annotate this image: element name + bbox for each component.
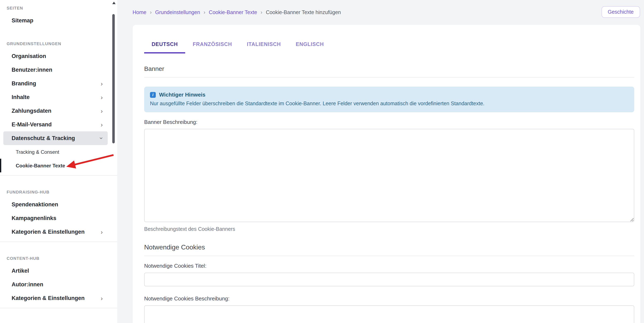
tab-deutsch[interactable]: DEUTSCH <box>144 37 185 54</box>
sidebar-item-datenschutz-tracking[interactable]: Datenschutz & Tracking › <box>3 131 108 145</box>
sidebar-item-label: Kategorien & Einstellungen <box>12 229 85 235</box>
banner-description-label: Banner Beschreibung: <box>144 119 634 125</box>
section-divider <box>144 77 634 78</box>
chevron-right-icon: › <box>101 229 103 235</box>
alert-title-row: i Wichtiger Hinweis <box>150 92 628 98</box>
section-title-notwendige-cookies: Notwendige Cookies <box>144 244 634 251</box>
alert-text: Nur ausgefüllte Felder überschreiben die… <box>150 101 628 106</box>
sidebar-item-label: Autor:innen <box>12 281 43 288</box>
sidebar-item-label: Branding <box>12 80 36 86</box>
breadcrumb-separator: › <box>260 10 262 15</box>
sidebar-item-label: Benutzer:innen <box>12 67 52 73</box>
sidebar-divider <box>0 242 117 242</box>
tab-franzoesisch[interactable]: FRANZÖSISCH <box>185 37 239 54</box>
sidebar-item-tracking-consent[interactable]: Tracking & Consent <box>0 145 117 159</box>
sidebar-item-spendenaktionen[interactable]: Spendenaktionen <box>3 198 108 211</box>
scroll-up-arrow-icon[interactable] <box>112 2 116 4</box>
sidebar-item-organisation[interactable]: Organisation <box>3 49 108 63</box>
sidebar-divider <box>0 308 117 308</box>
sidebar-divider <box>0 175 117 176</box>
chevron-down-icon: › <box>98 137 105 139</box>
info-alert: i Wichtiger Hinweis Nur ausgefüllte Feld… <box>144 86 634 112</box>
info-icon: i <box>150 92 156 98</box>
breadcrumb-separator: › <box>150 10 152 15</box>
sidebar-item-label: Spendenaktionen <box>12 202 58 208</box>
sidebar-item-label: Datenschutz & Tracking <box>12 135 75 141</box>
tab-italienisch[interactable]: ITALIENISCH <box>240 37 288 54</box>
content-card: DEUTSCH FRANZÖSISCH ITALIENISCH ENGLISCH… <box>132 25 640 323</box>
sidebar-section-content-hub: CONTENT-HUB <box>0 254 117 264</box>
sidebar-item-label: E-Mail-Versand <box>12 122 52 128</box>
chevron-right-icon: › <box>101 94 103 100</box>
breadcrumb-link-home[interactable]: Home <box>132 10 146 15</box>
main-content: Home › Grundeinstellungen › Cookie-Banne… <box>117 0 644 323</box>
chevron-right-icon: › <box>101 108 103 114</box>
sidebar-item-branding[interactable]: Branding › <box>3 77 108 90</box>
section-divider <box>144 256 634 256</box>
breadcrumb: Home › Grundeinstellungen › Cookie-Banne… <box>132 10 341 15</box>
sidebar-item-label: Tracking & Consent <box>16 149 59 155</box>
sidebar-item-sitemap[interactable]: Sitemap <box>3 14 108 27</box>
sidebar-item-kategorien-einstellungen-fundraising[interactable]: Kategorien & Einstellungen › <box>3 225 108 239</box>
sidebar-item-zahlungsdaten[interactable]: Zahlungsdaten › <box>3 104 108 118</box>
necessary-cookies-description-label: Notwendige Cookies Beschreibung: <box>144 296 634 302</box>
sidebar-item-kategorien-einstellungen-content[interactable]: Kategorien & Einstellungen › <box>3 291 108 305</box>
breadcrumb-link-grundeinstellungen[interactable]: Grundeinstellungen <box>155 10 200 15</box>
sidebar-item-label: Kampagnenlinks <box>12 215 56 221</box>
app-window: SEITEN Sitemap GRUNDEINSTELLUNGEN Organi… <box>0 0 644 323</box>
sidebar-item-label: Zahlungsdaten <box>12 108 51 114</box>
breadcrumb-separator: › <box>204 10 205 15</box>
necessary-cookies-description-textarea[interactable] <box>144 306 634 323</box>
history-button[interactable]: Geschichte <box>602 6 640 18</box>
sidebar-item-artikel[interactable]: Artikel <box>3 264 108 278</box>
sidebar-item-inhalte[interactable]: Inhalte › <box>3 90 108 104</box>
breadcrumb-link-cookie-banner-texte[interactable]: Cookie-Banner Texte <box>209 10 257 15</box>
banner-description-textarea[interactable] <box>144 129 634 222</box>
sidebar-item-cookie-banner-texte[interactable]: Cookie-Banner Texte <box>0 159 117 172</box>
sidebar-section-grundeinstellungen: GRUNDEINSTELLUNGEN <box>0 40 117 49</box>
sidebar-item-label: Artikel <box>12 268 29 274</box>
sidebar-item-label: Organisation <box>12 53 46 59</box>
chevron-right-icon: › <box>101 80 103 86</box>
sidebar-section-seiten: SEITEN <box>0 4 117 14</box>
necessary-cookies-title-input[interactable] <box>144 273 634 286</box>
chevron-right-icon: › <box>101 295 103 301</box>
banner-description-help: Beschreibungstext des Cookie-Banners <box>144 226 634 232</box>
sidebar-item-label: Inhalte <box>12 94 30 100</box>
scrollbar-thumb[interactable] <box>112 14 115 143</box>
sidebar-item-benutzerinnen[interactable]: Benutzer:innen <box>3 63 108 77</box>
sidebar-item-kampagnenlinks[interactable]: Kampagnenlinks <box>3 211 108 225</box>
sidebar-section-formulare: FORMULARE <box>0 321 117 323</box>
necessary-cookies-title-label: Notwendige Cookies Titel: <box>144 263 634 269</box>
sidebar-item-autorinnen[interactable]: Autor:innen <box>3 278 108 291</box>
sidebar-item-label: Sitemap <box>12 18 33 24</box>
breadcrumb-current: Cookie-Banner Texte hinzufügen <box>266 10 341 15</box>
sidebar-item-label: Kategorien & Einstellungen <box>12 295 85 301</box>
language-tabs: DEUTSCH FRANZÖSISCH ITALIENISCH ENGLISCH <box>144 25 634 54</box>
sidebar-item-email-versand[interactable]: E-Mail-Versand › <box>3 118 108 131</box>
sidebar-item-label: Cookie-Banner Texte <box>16 163 65 168</box>
tab-englisch[interactable]: ENGLISCH <box>288 37 332 54</box>
section-title-banner: Banner <box>144 65 634 72</box>
chevron-right-icon: › <box>101 122 103 128</box>
alert-title: Wichtiger Hinweis <box>159 92 206 98</box>
sidebar: SEITEN Sitemap GRUNDEINSTELLUNGEN Organi… <box>0 0 117 323</box>
sidebar-section-fundraising-hub: FUNDRAISING-HUB <box>0 188 117 198</box>
sidebar-scrollbar[interactable] <box>112 0 116 323</box>
